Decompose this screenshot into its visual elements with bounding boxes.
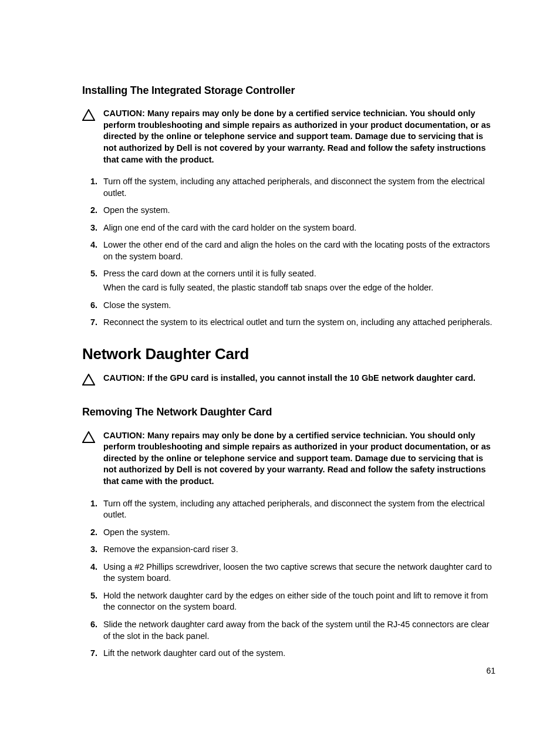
step-text: Lower the other end of the card and alig… [103,239,497,262]
list-item: 2.Open the system. [82,205,497,217]
caution-block-2: CAUTION: If the GPU card is installed, y… [82,373,497,389]
caution-icon [82,374,99,389]
step-number: 5. [90,590,103,602]
step-text: Reconnect the system to its electrical o… [103,317,497,329]
caution-icon [82,431,99,447]
steps-list-2: 1.Turn off the system, including any att… [82,498,497,660]
caution-text: CAUTION: If the GPU card is installed, y… [103,373,497,384]
caution-block-1: CAUTION: Many repairs may only be done b… [82,108,497,165]
step-number: 7. [90,648,103,660]
step-number: 2. [90,205,103,217]
caution-icon [82,109,99,124]
step-number: 1. [90,176,103,188]
list-item: 3.Remove the expansion-card riser 3. [82,544,497,556]
step-text: Hold the network daughter card by the ed… [103,590,497,613]
step-text: Remove the expansion-card riser 3. [103,544,497,556]
step-number: 6. [90,300,103,312]
list-item: 6.Close the system. [82,300,497,312]
document-page: Installing The Integrated Storage Contro… [0,0,560,744]
steps-list-1: 1.Turn off the system, including any att… [82,176,497,329]
list-item: 1.Turn off the system, including any att… [82,176,497,199]
page-number: 61 [486,665,495,677]
list-item: 2.Open the system. [82,527,497,539]
step-text: Lift the network daughter card out of th… [103,648,497,660]
list-item: 5.Press the card down at the corners unt… [82,268,497,293]
step-text: Open the system. [103,527,497,539]
step-text: Open the system. [103,205,497,217]
caution-text: CAUTION: Many repairs may only be done b… [103,108,497,165]
step-number: 2. [90,527,103,539]
list-item: 7.Reconnect the system to its electrical… [82,317,497,329]
step-number: 7. [90,317,103,329]
step-text: Close the system. [103,300,497,312]
step-number: 3. [90,222,103,234]
step-text-line2: When the card is fully seated, the plast… [103,282,497,294]
step-number: 5. [90,268,103,280]
heading-installing-storage-controller: Installing The Integrated Storage Contro… [82,83,497,97]
list-item: 4.Lower the other end of the card and al… [82,239,497,262]
caution-text: CAUTION: Many repairs may only be done b… [103,430,497,488]
step-number: 3. [90,544,103,556]
list-item: 5.Hold the network daughter card by the … [82,590,497,613]
step-text: Turn off the system, including any attac… [103,176,497,199]
list-item: 4.Using a #2 Phillips screwdriver, loose… [82,562,497,584]
list-item: 3.Align one end of the card with the car… [82,222,497,234]
step-number: 4. [90,239,103,251]
heading-network-daughter-card: Network Daughter Card [82,344,497,364]
step-number: 4. [90,562,103,573]
step-text: Align one end of the card with the card … [103,222,497,234]
step-number: 6. [90,619,103,631]
step-text: Turn off the system, including any attac… [103,498,497,521]
step-text: Using a #2 Phillips screwdriver, loosen … [103,562,497,584]
heading-removing-network-daughter-card: Removing The Network Daughter Card [82,405,497,419]
list-item: 1.Turn off the system, including any att… [82,498,497,521]
step-number: 1. [90,498,103,510]
caution-block-3: CAUTION: Many repairs may only be done b… [82,430,497,488]
step-text: Slide the network daughter card away fro… [103,619,497,642]
step-text: Press the card down at the corners until… [103,268,497,293]
list-item: 7.Lift the network daughter card out of … [82,648,497,660]
list-item: 6.Slide the network daughter card away f… [82,619,497,642]
